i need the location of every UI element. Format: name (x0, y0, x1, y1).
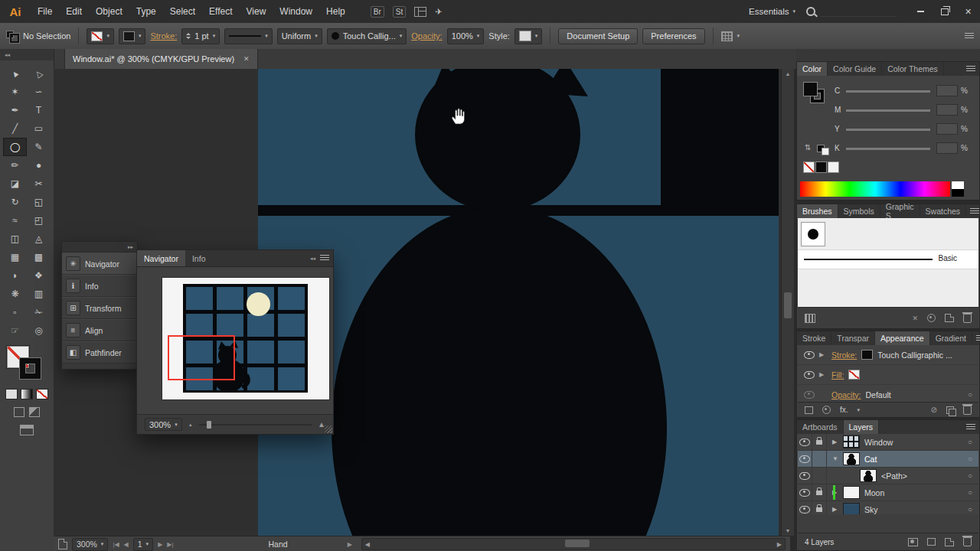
blob-brush-tool[interactable]: ● (27, 156, 51, 174)
eye-icon[interactable] (804, 391, 815, 399)
panel-tab[interactable]: Transpar (831, 331, 875, 345)
menu-item[interactable]: Type (129, 0, 163, 23)
brush-definition-dropdown[interactable]: Touch Callig... ▾ (327, 28, 407, 44)
new-brush-icon[interactable] (945, 314, 954, 322)
selection-tool[interactable]: ▲ (3, 64, 27, 83)
fill-color-dropdown[interactable]: ▾ (87, 28, 114, 44)
dock-header[interactable]: ▸▸ (62, 242, 137, 253)
width-tool[interactable]: ≈ (3, 211, 27, 230)
horizontal-scrollbar[interactable]: ◀ ▶ (361, 538, 786, 550)
panel-tab[interactable]: Gradient (930, 331, 972, 345)
resize-grip[interactable] (325, 425, 332, 433)
navigator-preview[interactable] (162, 278, 329, 399)
lock-toggle[interactable] (812, 451, 827, 467)
clear-appearance-icon[interactable]: ⊘ (931, 406, 937, 414)
layer-thumbnail[interactable] (843, 435, 860, 448)
column-graph-tool[interactable]: ▥ (27, 285, 51, 303)
delete-item-icon[interactable] (963, 406, 972, 415)
free-transform-tool[interactable]: ◰ (27, 211, 51, 230)
color-spectrum-ramp[interactable] (800, 181, 950, 197)
magic-wand-tool[interactable]: ✶ (3, 83, 27, 101)
menu-item[interactable]: View (240, 0, 273, 23)
scrollbar-thumb[interactable] (565, 540, 590, 547)
width-profile-dropdown[interactable]: Uniform▾ (277, 28, 322, 44)
zoom-slider-thumb[interactable] (207, 421, 211, 429)
add-effect-icon[interactable]: fx. (840, 406, 848, 414)
channel-slider[interactable] (846, 129, 930, 131)
line-segment-tool[interactable]: ╱ (3, 119, 27, 138)
shape-builder-tool[interactable]: ◫ (3, 230, 27, 248)
ellipse-tool[interactable]: ◯ (3, 138, 27, 156)
disclosure-triangle[interactable]: ▶ (832, 439, 841, 445)
panel-tab[interactable]: Swatches (920, 204, 967, 218)
pencil-tool[interactable]: ✏ (3, 156, 27, 174)
scrollbar-track[interactable] (373, 539, 774, 549)
panel-tab[interactable]: Symbols (838, 204, 880, 218)
zoom-dropdown[interactable]: 300% ▾ (72, 538, 108, 551)
panel-tab[interactable]: Stroke (797, 331, 831, 345)
preferences-button[interactable]: Preferences (642, 28, 704, 44)
opacity-dropdown[interactable]: 100%▾ (447, 28, 485, 44)
eyedropper-tool[interactable]: ◗ (3, 266, 27, 285)
layer-target-circle[interactable]: ○ (968, 455, 972, 463)
menu-item[interactable]: Window (273, 0, 319, 23)
layer-name[interactable]: Sky (864, 505, 968, 514)
brush-item[interactable]: Basic (798, 249, 978, 269)
menu-item[interactable]: Object (89, 0, 129, 23)
layer-row[interactable]: ▶ Window ○ (798, 434, 978, 451)
restore-button[interactable] (933, 0, 956, 23)
panel-tab[interactable]: Appearance (875, 331, 930, 345)
scroll-down-icon[interactable]: ▼ (782, 528, 794, 533)
scroll-step-right-icon[interactable]: ▶ (348, 541, 352, 548)
zoom-slider[interactable] (199, 424, 312, 425)
black-swatch[interactable] (815, 161, 827, 173)
panel-menu-icon[interactable] (972, 331, 980, 345)
zoom-out-icon[interactable]: ▲ (188, 422, 193, 427)
menu-item[interactable]: Edit (59, 0, 89, 23)
share-icon[interactable]: ✈ (435, 7, 442, 17)
first-artboard-button[interactable]: |◀ (113, 541, 119, 548)
channel-value-field[interactable] (936, 142, 958, 154)
visibility-toggle[interactable] (798, 451, 812, 467)
scroll-up-icon[interactable]: ▲ (782, 71, 794, 77)
panel-tab[interactable]: Artboards (797, 420, 844, 434)
opacity-label-link[interactable]: Opacity: (411, 31, 442, 41)
gradient-tool[interactable]: ▩ (27, 248, 51, 266)
artboard-tool[interactable]: ▫ (3, 303, 27, 321)
dock-item[interactable]: ℹ Info (62, 275, 137, 297)
stroke-swatch-black[interactable] (20, 358, 41, 379)
rotate-tool[interactable]: ↻ (3, 193, 27, 211)
collapse-icon[interactable]: ◂◂ (310, 256, 315, 262)
hand-tool[interactable]: ☞ (3, 321, 27, 340)
panel-tab[interactable]: Navigator (137, 250, 185, 266)
none-mode-icon[interactable] (36, 389, 48, 399)
panel-menu-icon[interactable] (320, 255, 329, 262)
scissors-tool[interactable]: ✂ (27, 174, 51, 193)
stroke-profile-preview-dropdown[interactable]: ▾ (224, 28, 273, 44)
disclosure-triangle[interactable]: ▶ (819, 351, 827, 358)
stroke-label-link[interactable]: Stroke: (150, 31, 177, 41)
scrollbar-thumb[interactable] (784, 292, 792, 318)
lasso-tool[interactable]: ∽ (27, 83, 51, 101)
add-new-stroke-icon[interactable] (805, 406, 813, 414)
channel-slider[interactable] (846, 148, 930, 150)
layer-row[interactable]: <Path> ○ (798, 468, 978, 484)
panel-tab[interactable]: Color Themes (882, 62, 944, 76)
draw-normal-icon[interactable] (14, 407, 24, 417)
appearance-row[interactable]: ▶ Fill: ○ (798, 365, 978, 385)
close-tab-icon[interactable]: ✕ (243, 55, 250, 63)
disclosure-triangle[interactable]: ▶ (819, 371, 827, 378)
zoom-tool[interactable]: ◎ (27, 321, 51, 340)
panel-tab[interactable]: Color (797, 62, 828, 76)
add-new-fill-icon[interactable] (822, 406, 831, 414)
layer-target-circle[interactable]: ○ (968, 471, 972, 480)
dock-item[interactable]: ⊞ Transform (62, 297, 137, 319)
options-of-selected-object-icon[interactable] (927, 314, 936, 322)
panel-menu-icon[interactable] (966, 204, 980, 218)
layer-name[interactable]: <Path> (881, 471, 968, 481)
color-mode-icon[interactable] (5, 389, 18, 399)
layer-target-circle[interactable]: ○ (968, 505, 972, 514)
panel-tab[interactable]: Color Guide (828, 62, 882, 76)
stepper-arrows-icon[interactable] (186, 33, 191, 39)
arrange-documents-icon[interactable] (414, 7, 426, 17)
